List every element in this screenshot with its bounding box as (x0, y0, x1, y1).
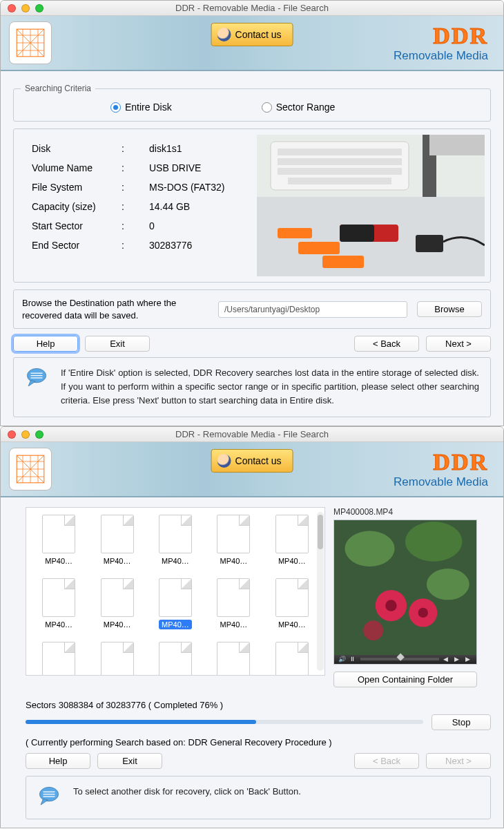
media-controls[interactable]: 🔊 ⏸ ◀ ▶ ▶ (334, 655, 476, 663)
file-item[interactable] (88, 642, 145, 676)
start-sector-label: Start Sector (32, 220, 122, 231)
titlebar: DDR - Removable Media - File Search (1, 1, 503, 16)
exit-button[interactable]: Exit (85, 336, 150, 352)
brand-title: DDR (394, 23, 488, 49)
fs-label: File System (32, 182, 122, 193)
file-icon (217, 642, 250, 676)
criteria-legend: Searching Criteria (21, 84, 95, 93)
speech-bubble-icon (37, 785, 61, 810)
svg-rect-13 (278, 158, 402, 165)
prev-icon[interactable]: ◀ (443, 656, 450, 663)
next-icon[interactable]: ▶ (465, 656, 472, 663)
seek-slider[interactable] (360, 658, 439, 660)
svg-rect-12 (278, 149, 402, 155)
back-button[interactable]: < Back (354, 336, 419, 352)
disk-label: Disk (32, 143, 122, 154)
destination-path-input[interactable]: /Users/taruntyagi/Desktop (218, 301, 407, 318)
close-icon[interactable] (8, 4, 16, 12)
file-item[interactable]: MP40… (30, 578, 87, 640)
speech-bubble-icon (25, 366, 48, 392)
app-header: Contact us DDR Removable Media (1, 16, 503, 71)
contact-us-button[interactable]: Contact us (211, 23, 293, 46)
close-icon[interactable] (8, 430, 16, 439)
file-item[interactable]: MP40… (88, 515, 145, 577)
preview-panel: 🔊 ⏸ ◀ ▶ ▶ (333, 520, 477, 665)
svg-rect-15 (288, 178, 391, 184)
brand: DDR Removable Media (394, 23, 488, 63)
scrollbar[interactable] (317, 512, 324, 671)
svg-point-42 (385, 600, 396, 611)
volume-icon[interactable]: 🔊 (338, 656, 345, 663)
disk-illustration (257, 135, 485, 276)
brand-subtitle: Removable Media (394, 475, 488, 489)
progress-text: Sectors 3088384 of 30283776 ( Completed … (26, 700, 491, 710)
recovered-files-grid[interactable]: MP40…MP40…MP40…MP40…MP40…MP40…MP40…MP40…… (26, 507, 325, 676)
exit-button[interactable]: Exit (97, 753, 162, 769)
file-item[interactable]: MP40… (205, 578, 262, 640)
brand: DDR Removable Media (394, 449, 488, 489)
browse-button[interactable]: Browse (417, 301, 482, 317)
file-icon (217, 578, 250, 617)
stop-button[interactable]: Stop (432, 714, 491, 730)
start-sector-value: 0 (149, 220, 246, 231)
help-button[interactable]: Help (13, 336, 78, 352)
svg-rect-23 (416, 235, 443, 252)
file-icon (42, 515, 75, 553)
app-logo-icon (9, 448, 52, 491)
radio-icon (110, 102, 121, 113)
file-item[interactable]: MP40… (30, 515, 87, 577)
status-text: ( Currently performing Search based on: … (26, 737, 491, 747)
maximize-icon[interactable] (35, 4, 43, 12)
app-logo-icon (9, 21, 52, 64)
window-file-search-progress: DDR - Removable Media - File Search Cont… (0, 426, 504, 828)
file-item[interactable] (30, 642, 87, 676)
fs-value: MS-DOS (FAT32) (149, 182, 246, 193)
file-label: MP40… (42, 556, 75, 566)
minimize-icon[interactable] (21, 430, 30, 439)
file-icon (275, 578, 309, 617)
radio-sector-range[interactable]: Sector Range (262, 102, 336, 113)
tip-text: To select another disk for recovery, cli… (73, 785, 479, 799)
person-icon (217, 454, 231, 468)
play-icon[interactable]: ▶ (454, 656, 461, 663)
file-item[interactable]: MP40… (205, 515, 262, 577)
file-icon (275, 642, 309, 676)
svg-point-39 (405, 522, 462, 562)
help-button[interactable]: Help (26, 753, 90, 769)
file-item[interactable]: MP40… (264, 578, 320, 640)
person-icon (217, 28, 231, 41)
svg-rect-21 (322, 256, 364, 268)
capacity-value: 14.44 GB (149, 201, 246, 212)
contact-label: Contact us (235, 455, 282, 466)
window-title: DDR - Removable Media - File Search (1, 429, 503, 439)
minimize-icon[interactable] (21, 4, 30, 12)
contact-us-button[interactable]: Contact us (211, 449, 293, 473)
radio-icon (262, 102, 272, 113)
file-label: MP40… (42, 620, 75, 629)
preview-filename: MP400008.MP4 (333, 507, 477, 517)
file-item[interactable]: MP40… (88, 578, 145, 640)
svg-rect-20 (298, 242, 340, 254)
titlebar: DDR - Removable Media - File Search (1, 427, 503, 442)
file-item[interactable]: MP40… (264, 515, 320, 577)
svg-rect-17 (429, 135, 485, 155)
file-item[interactable]: MP40… (147, 515, 204, 577)
next-button[interactable]: Next > (426, 336, 491, 352)
maximize-icon[interactable] (35, 430, 43, 439)
file-item[interactable]: MP40… (147, 578, 204, 640)
file-icon (42, 642, 75, 676)
file-label: MP40… (217, 556, 251, 566)
file-icon (275, 515, 309, 553)
svg-point-45 (363, 620, 383, 640)
file-item[interactable] (264, 642, 320, 676)
file-icon (159, 578, 192, 617)
file-item[interactable] (205, 642, 262, 676)
radio-entire-disk[interactable]: Entire Disk (110, 102, 172, 113)
file-icon (42, 578, 75, 617)
open-containing-folder-button[interactable]: Open Containing Folder (333, 672, 477, 687)
pause-icon[interactable]: ⏸ (349, 656, 356, 663)
file-item[interactable] (147, 642, 204, 676)
svg-point-44 (418, 607, 428, 617)
info-tip: If 'Entire Disk' option is selected, DDR… (13, 357, 491, 417)
progress-bar (26, 720, 423, 724)
